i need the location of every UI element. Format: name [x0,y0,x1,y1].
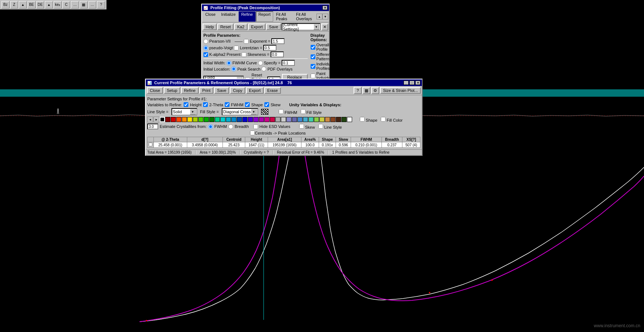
cpp-unity-fill-color-cb[interactable] [381,117,386,122]
cpp-erase-btn[interactable]: Erase [264,87,281,94]
cpp-selected-color[interactable] [160,117,165,122]
cpp-unity-fwhm-cb[interactable] [279,109,283,114]
toolbar-bz[interactable]: Bz [1,1,10,8]
pf-reset-btn[interactable]: Reset [217,24,234,30]
pf-scroll-up[interactable]: ▲ [316,14,322,19]
cpp-close-btn2[interactable]: Close [147,87,163,94]
pf-kalpha-cb[interactable] [203,52,208,57]
cpp-height-cb[interactable] [184,102,188,107]
cpp-swatch-10[interactable] [215,117,220,122]
cpp-td-d[interactable]: 3.4958 (0.0004) [187,142,223,148]
cpp-swatch-25[interactable] [297,117,303,122]
cpp-td-2theta[interactable]: 25.458 (0.001) [154,142,187,148]
cpp-fill-style-arrow[interactable]: ▼ [251,109,257,115]
pf-help-btn[interactable]: Help [203,24,217,30]
cpp-td-breadth[interactable]: 0.237 [381,142,402,148]
pf-pearson-radio[interactable] [203,39,208,44]
cpp-swatch-21[interactable] [275,117,281,122]
pf-ka2-btn[interactable]: Ka2 [234,24,247,30]
cpp-unity-skew-cb[interactable] [299,124,304,129]
cpp-swatch-22[interactable] [281,117,286,122]
cpp-swatch-16[interactable] [248,117,253,122]
pf-save-btn[interactable]: Save [266,24,281,30]
cpp-unity-fill-cb[interactable] [301,109,305,114]
cpp-swatch-33[interactable] [341,117,347,122]
pf-refine-menu[interactable]: Refine [239,11,256,22]
cpp-swatch-3[interactable] [176,117,181,122]
cpp-swatch-4[interactable] [182,117,187,122]
cpp-swatch-15[interactable] [242,117,247,122]
pf-initialize-menu[interactable]: Initialize [218,11,238,22]
toolbar-z[interactable]: Z [10,1,18,8]
cpp-fill-style-combo[interactable]: Diagonal Cross ▼ [222,108,258,115]
cpp-shape-cb[interactable] [245,102,250,107]
cpp-td-xs[interactable]: 507 (4) [402,142,420,148]
pf-exponent-input[interactable] [271,38,285,44]
pf-pdf-radio[interactable] [261,67,266,71]
toolbar-be[interactable]: BE [28,1,36,8]
cpp-swatch-31[interactable] [330,117,336,122]
cpp-swatch-14[interactable] [237,117,242,122]
pf-fit-all-peaks[interactable]: Fit All Peaks [274,11,293,22]
cpp-swatch-6[interactable] [193,117,198,122]
toolbar-help[interactable]: ? [97,1,105,8]
pf-x-btn[interactable]: ✕ [321,24,328,31]
toolbar-ke2[interactable]: ke₂ [54,1,62,8]
pf-indiv-cb[interactable] [311,64,315,69]
cpp-swatch-20[interactable] [270,117,275,122]
cpp-td-height[interactable]: 1647 (11) [245,142,268,148]
cpp-swatch-2[interactable] [171,117,176,122]
toolbar-de[interactable]: DE [36,1,44,8]
cpp-swatch-23[interactable] [286,117,292,122]
cpp-swatch-17[interactable] [253,117,258,122]
cpp-swatch-32[interactable] [336,117,341,122]
pf-close-btn[interactable]: ✕ [322,6,328,10]
pf-lorentz-input[interactable] [263,45,276,51]
toolbar-grid[interactable]: ▦ [80,1,88,8]
cpp-swatch-28[interactable] [314,117,319,122]
cpp-skew-cb[interactable] [264,102,269,107]
pf-exponent-cb[interactable] [244,39,249,44]
cpp-minimize-btn[interactable]: _ [404,81,409,85]
table-row[interactable]: 25.458 (0.001) 3.4958 (0.0004) 25.423 16… [148,142,420,148]
pf-overall-cb[interactable] [311,45,315,50]
cpp-strain-plot-btn[interactable]: Size & Strain Plot... [380,87,421,94]
cpp-swatch-26[interactable] [303,117,308,122]
pf-combo-arrow[interactable]: ▼ [314,24,319,30]
toolbar-dots1[interactable]: … [71,1,79,8]
cpp-breadth-radio[interactable] [228,124,233,129]
pf-pseudovoigt-radio[interactable] [203,46,208,50]
cpp-color-next[interactable]: ► [153,117,159,122]
cpp-estimate-input[interactable] [147,124,158,129]
cpp-td-centroid[interactable]: 25.423 [223,142,245,148]
toolbar-dots2[interactable]: … [88,1,97,8]
cpp-td-check[interactable] [148,142,154,148]
cpp-hide-esd-cb[interactable] [253,124,258,129]
cpp-swatch-8[interactable] [204,117,209,122]
pf-skew-cb[interactable] [242,52,246,57]
cpp-line-style-arrow[interactable]: ▼ [190,109,196,115]
pf-diff-cb[interactable] [311,54,315,59]
cpp-refine-btn[interactable]: Refine [181,87,199,94]
cpp-fwhm-radio[interactable] [208,124,213,129]
pf-report-menu[interactable]: Report [256,11,273,22]
cpp-centroids-cb[interactable] [250,131,255,135]
pf-fwhm-curve-radio[interactable] [227,61,231,65]
cpp-save-btn[interactable]: Save [214,87,229,94]
cpp-swatch-12[interactable] [226,117,231,122]
cpp-print-btn[interactable]: Print [199,87,214,94]
cpp-table-icon-btn[interactable]: ▦ [362,87,370,94]
pf-settings-combo[interactable]: [Current Settings] ▼ [282,23,321,31]
cpp-swatch-24[interactable] [292,117,297,122]
pf-scroll-down[interactable]: ▼ [322,14,328,19]
cpp-color-prev[interactable]: ◄ [147,117,153,122]
cpp-2theta-cb[interactable] [203,102,208,107]
cpp-fwhm-cb[interactable] [225,102,229,107]
cpp-swatch-white[interactable] [347,117,352,122]
cpp-swatch-13[interactable] [231,117,236,122]
cpp-maximize-btn[interactable]: □ [409,81,415,85]
cpp-td-shape[interactable]: 0.191v [319,142,336,148]
toolbar-c[interactable]: C [62,1,70,8]
cpp-swatch-1[interactable] [165,117,170,122]
cpp-swatch-7[interactable] [198,117,203,122]
